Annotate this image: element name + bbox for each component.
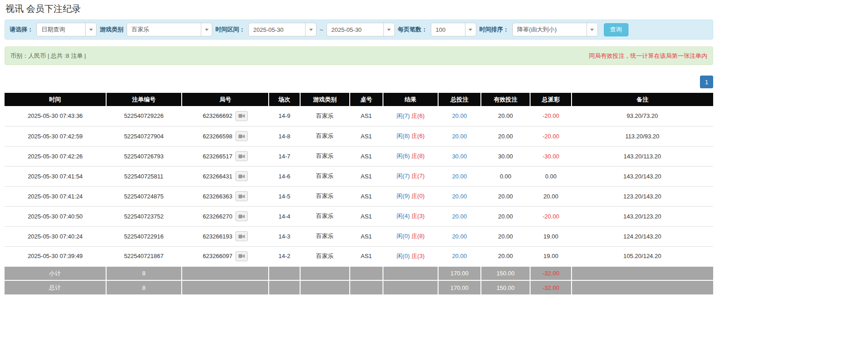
video-replay-button[interactable]	[235, 231, 248, 241]
cell-total-bet: 20.00	[438, 226, 480, 246]
cell-game-type: 百家乐	[300, 186, 350, 206]
currency-summary-text: 币别：人民币 | 总共 :8 注单 |	[10, 52, 86, 60]
cell-game-type: 百家乐	[300, 246, 350, 266]
cell-valid-bet: 20.00	[481, 246, 531, 266]
round-id-text: 623266431	[203, 173, 232, 180]
video-replay-button[interactable]	[235, 191, 248, 201]
bet-records-table: 时间 注单编号 局号 场次 游戏类别 桌号 结果 总投注 有效投注 总派彩 备注…	[5, 93, 713, 294]
cell-round-id: 623266692	[182, 106, 269, 126]
video-icon	[238, 254, 245, 259]
date-from-select[interactable]: 2025-05-30	[248, 23, 317, 36]
header-time: 时间	[5, 93, 106, 106]
video-icon	[238, 113, 245, 118]
round-id-text: 623266692	[203, 112, 232, 119]
total-bet-link[interactable]: 30.00	[452, 153, 467, 160]
header-remark: 备注	[572, 93, 713, 106]
video-replay-button[interactable]	[235, 151, 248, 161]
caret-down-icon[interactable]	[85, 23, 96, 36]
cell-bet-id: 522540722916	[106, 226, 182, 246]
cell-total-bet: 30.00	[438, 146, 480, 166]
cell-table-no: AS1	[350, 106, 383, 126]
cell-game-type: 百家乐	[300, 166, 350, 186]
page-size-select[interactable]: 100	[431, 23, 476, 36]
caret-down-icon[interactable]	[305, 23, 316, 36]
cell-valid-bet: 20.00	[481, 226, 531, 246]
video-replay-button[interactable]	[235, 111, 248, 121]
caret-down-icon[interactable]	[383, 23, 394, 36]
cell-time: 2025-05-30 07:41:54	[5, 166, 106, 186]
video-replay-button[interactable]	[235, 211, 248, 221]
total-bet-link[interactable]: 20.00	[452, 112, 467, 119]
header-round-id: 局号	[182, 93, 269, 106]
cell-remark: 124.20/143.20	[572, 226, 713, 246]
caret-down-icon[interactable]	[201, 23, 212, 36]
header-session: 场次	[269, 93, 300, 106]
sort-select[interactable]: 降幂(由大到小)	[512, 23, 598, 36]
round-id-text: 623266517	[203, 153, 232, 160]
cell-table-no: AS1	[350, 206, 383, 226]
cell-game-type: 百家乐	[300, 126, 350, 146]
cell-total-bet: 20.00	[438, 206, 480, 226]
game-type-select[interactable]: 百家乐	[127, 23, 212, 36]
video-replay-button[interactable]	[235, 131, 248, 141]
query-type-select[interactable]: 日期查询	[36, 23, 97, 36]
cell-remark: 113.20/93.20	[572, 126, 713, 146]
subtotal-valid-bet: 150.00	[481, 266, 531, 280]
search-button[interactable]: 查询	[604, 23, 628, 36]
round-id-text: 623266193	[203, 233, 232, 240]
total-bet-link[interactable]: 20.00	[452, 173, 467, 180]
date-to-select[interactable]: 2025-05-30	[327, 23, 395, 36]
result-player: 闲(7)	[397, 112, 410, 119]
total-bet-link[interactable]: 20.00	[452, 133, 467, 140]
video-replay-button[interactable]	[235, 171, 248, 181]
cell-valid-bet: 0.00	[481, 166, 531, 186]
total-bet-link[interactable]: 20.00	[452, 233, 467, 240]
total-bet-link[interactable]: 20.00	[452, 193, 467, 200]
page-size-value: 100	[431, 26, 465, 33]
filter-bar: 请选择： 日期查询 游戏类别 百家乐 时间区间： 2025-05-30 ~ 20…	[5, 20, 713, 40]
video-replay-button[interactable]	[235, 251, 248, 261]
table-row: 2025-05-30 07:42:26 522540726793 6232665…	[5, 146, 713, 166]
cell-payout: 0.00	[530, 166, 571, 186]
cell-session: 14-7	[269, 146, 300, 166]
total-valid-bet: 150.00	[481, 280, 531, 294]
cell-remark: 143.20/123.20	[572, 206, 713, 226]
page-button-1[interactable]: 1	[700, 76, 713, 88]
cell-total-bet: 20.00	[438, 186, 480, 206]
cell-round-id: 623266097	[182, 246, 269, 266]
caret-down-icon[interactable]	[465, 23, 476, 36]
subtotal-payout: -32.00	[530, 266, 571, 280]
cell-payout: 19.00	[530, 226, 571, 246]
cell-session: 14-8	[269, 126, 300, 146]
total-payout: -32.00	[530, 280, 571, 294]
cell-table-no: AS1	[350, 166, 383, 186]
total-total-bet: 170.00	[438, 280, 480, 294]
page-container: 视讯 会员下注纪录 请选择： 日期查询 游戏类别 百家乐 时间区间： 2025-…	[0, 0, 718, 294]
round-id-text: 623266363	[203, 193, 232, 200]
cell-bet-id: 522540729226	[106, 106, 182, 126]
header-total-bet: 总投注	[438, 93, 480, 106]
cell-payout: -20.00	[530, 206, 571, 226]
header-result: 结果	[383, 93, 438, 106]
header-table-no: 桌号	[350, 93, 383, 106]
cell-bet-id: 522540723752	[106, 206, 182, 226]
cell-round-id: 623266431	[182, 166, 269, 186]
cell-result: 闲(0) 庄(3)	[383, 246, 438, 266]
video-icon	[238, 194, 245, 199]
round-id-text: 623266097	[203, 253, 232, 259]
video-icon	[238, 134, 245, 139]
cell-valid-bet: 20.00	[481, 126, 531, 146]
result-player: 闲(0)	[397, 233, 410, 239]
result-banker: 庄(3)	[411, 213, 424, 219]
header-bet-id: 注单编号	[106, 93, 182, 106]
result-banker: 庄(6)	[411, 112, 424, 119]
caret-down-icon[interactable]	[587, 23, 597, 36]
subtotal-total-bet: 170.00	[438, 266, 480, 280]
info-bar: 币别：人民币 | 总共 :8 注单 | 同局有效投注，统一计算在该局第一张注单内	[5, 46, 713, 65]
cell-result: 闲(9) 庄(0)	[383, 186, 438, 206]
total-bet-link[interactable]: 20.00	[452, 213, 467, 220]
result-player: 闲(7)	[397, 172, 410, 179]
cell-remark: 93.20/73.20	[572, 106, 713, 126]
result-banker: 庄(8)	[411, 152, 424, 159]
total-bet-link[interactable]: 20.00	[452, 253, 467, 259]
